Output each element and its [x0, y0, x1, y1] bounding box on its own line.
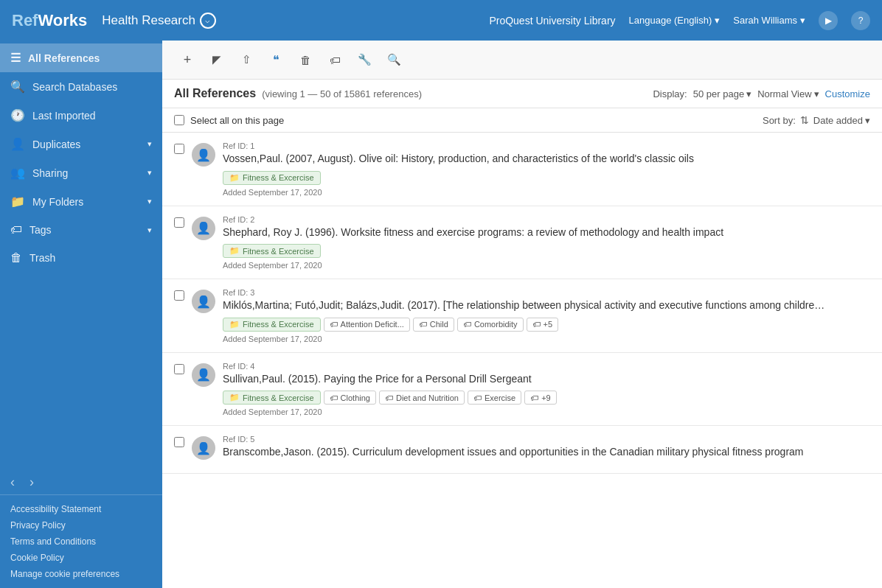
ref-3-id: Ref ID: 3	[223, 288, 870, 297]
trash-icon: 🗑	[10, 251, 22, 265]
ref-1-folder-tag[interactable]: 📁 Fitness & Excercise	[223, 171, 321, 185]
sidebar-item-duplicates[interactable]: 👤 Duplicates ▾	[0, 130, 162, 158]
ref-2-avatar: 👤	[192, 217, 215, 240]
help-button[interactable]: ?	[851, 11, 870, 30]
terms-conditions-link[interactable]: Terms and Conditions	[10, 536, 152, 547]
tag-icon: 🏷	[463, 320, 471, 329]
table-row: 👤 Ref ID: 3 Miklós,Martina; Futó,Judit; …	[162, 279, 882, 353]
ref-1-checkbox[interactable]	[174, 144, 184, 154]
search-button[interactable]: 🔍	[381, 46, 407, 73]
add-button[interactable]: +	[174, 46, 201, 73]
user-menu-button[interactable]: Sarah Williams ▾	[733, 15, 805, 26]
sidebar-footer: Accessibility Statement Privacy Policy T…	[0, 494, 162, 588]
duplicates-chevron-icon: ▾	[147, 139, 152, 149]
ref-1-tags: 📁 Fitness & Excercise	[223, 171, 870, 185]
ref-2-folder-tag[interactable]: 📁 Fitness & Excercise	[223, 244, 321, 258]
sidebar-item-sharing[interactable]: 👥 Sharing ▾	[0, 158, 162, 187]
youtube-button[interactable]: ▶	[819, 11, 838, 30]
help-icon: ?	[858, 15, 864, 26]
display-label: Display:	[653, 88, 687, 99]
ref-2-date: Added September 17, 2020	[223, 261, 870, 270]
folder-tag-icon: 📁	[229, 246, 240, 256]
manage-cookies-link[interactable]: Manage cookie preferences	[10, 569, 152, 579]
library-name: ProQuest University Library	[489, 15, 615, 27]
cookie-policy-link[interactable]: Cookie Policy	[10, 553, 152, 563]
refs-list: 👤 Ref ID: 1 Vossen,Paul. (2007, August).…	[162, 133, 882, 588]
header: RefWorks Health Research ⌵ ProQuest Univ…	[0, 0, 882, 41]
ref-5-checkbox[interactable]	[174, 437, 184, 447]
delete-button[interactable]: 🗑	[292, 46, 319, 73]
select-all-checkbox[interactable]	[174, 115, 184, 125]
cite-button[interactable]: ❝	[263, 46, 289, 73]
refworks-logo: RefWorks	[12, 11, 87, 30]
sidebar-item-all-references[interactable]: ☰ All References	[0, 43, 162, 72]
folder-tag-icon: 📁	[229, 320, 240, 329]
ref-3-tag-3[interactable]: 🏷 Comorbidity	[457, 318, 524, 332]
sidebar-label-sharing: Sharing	[32, 167, 140, 179]
logo-works: Works	[38, 11, 87, 29]
sharing-icon: 👥	[10, 166, 25, 180]
customize-button[interactable]: Customize	[825, 88, 870, 99]
ref-3-avatar: 👤	[192, 290, 215, 313]
table-row: 👤 Ref ID: 4 Sullivan,Paul. (2015). Payin…	[162, 353, 882, 427]
sidebar: ☰ All References 🔍 Search Databases 🕐 La…	[0, 41, 162, 588]
ref-4-title[interactable]: Sullivan,Paul. (2015). Paying the Price …	[223, 372, 870, 387]
sidebar-item-tags[interactable]: 🏷 Tags ▾	[0, 216, 162, 244]
list-icon: ☰	[10, 51, 21, 65]
tag-button[interactable]: 🏷	[322, 46, 348, 73]
tag-more-icon: 🏷	[532, 320, 541, 329]
ref-1-body: Ref ID: 1 Vossen,Paul. (2007, August). O…	[223, 141, 870, 197]
sidebar-item-search-databases[interactable]: 🔍 Search Databases	[0, 72, 162, 101]
project-selector[interactable]: Health Research ⌵	[102, 13, 216, 29]
ref-3-tag-1[interactable]: 🏷 Attention Deficit...	[324, 318, 410, 332]
ref-2-title[interactable]: Shephard, Roy J. (1996). Worksite fitnes…	[223, 225, 870, 240]
accessibility-statement-link[interactable]: Accessibility Statement	[10, 504, 152, 514]
tag-icon: 🏷	[419, 320, 427, 329]
sidebar-label-trash: Trash	[29, 252, 152, 264]
project-chevron-icon[interactable]: ⌵	[200, 13, 216, 29]
ref-3-checkbox[interactable]	[174, 290, 184, 301]
ref-5-title[interactable]: Branscombe,Jason. (2015). Curriculum dev…	[223, 445, 870, 460]
privacy-policy-link[interactable]: Privacy Policy	[10, 520, 152, 531]
ref-4-tag-3[interactable]: 🏷 Exercise	[468, 391, 521, 405]
sidebar-label-last-imported: Last Imported	[32, 110, 152, 122]
view-mode-selector[interactable]: Normal View ▾	[757, 88, 819, 99]
tag-more-icon: 🏷	[530, 393, 538, 402]
language-button[interactable]: Language (English) ▾	[629, 15, 720, 26]
view-mode-value: Normal View	[757, 88, 811, 99]
per-page-chevron-icon: ▾	[746, 88, 751, 99]
ref-1-title[interactable]: Vossen,Paul. (2007, August). Olive oil: …	[223, 152, 870, 167]
sort-icon: ⇅	[800, 114, 809, 126]
ref-3-tags: 📁 Fitness & Excercise 🏷 Attention Defici…	[223, 318, 870, 332]
ref-4-tag-1[interactable]: 🏷 Clothing	[324, 391, 376, 405]
ref-3-tag-2[interactable]: 🏷 Child	[413, 318, 454, 332]
ref-3-date: Added September 17, 2020	[223, 335, 870, 343]
export-button[interactable]: ⇧	[233, 46, 260, 73]
ref-4-checkbox[interactable]	[174, 364, 184, 374]
ref-2-checkbox[interactable]	[174, 217, 184, 228]
nav-prev-arrow[interactable]: ‹	[10, 475, 15, 490]
ref-3-title[interactable]: Miklós,Martina; Futó,Judit; Balázs,Judit…	[223, 298, 870, 313]
sidebar-item-trash[interactable]: 🗑 Trash	[0, 244, 162, 272]
ref-3-tag-more[interactable]: 🏷 +5	[527, 318, 559, 332]
sidebar-item-last-imported[interactable]: 🕐 Last Imported	[0, 101, 162, 130]
sidebar-label-duplicates: Duplicates	[32, 139, 140, 150]
main-layout: ☰ All References 🔍 Search Databases 🕐 La…	[0, 41, 882, 588]
folder-button[interactable]: ◤	[204, 46, 230, 73]
ref-3-folder-tag[interactable]: 📁 Fitness & Excercise	[223, 318, 321, 332]
sort-option-selector[interactable]: Date added ▾	[813, 115, 870, 126]
ref-2-body: Ref ID: 2 Shephard, Roy J. (1996). Works…	[223, 215, 870, 270]
tools-button[interactable]: 🔧	[351, 46, 378, 73]
sidebar-item-my-folders[interactable]: 📁 My Folders ▾	[0, 187, 162, 216]
ref-4-tag-more[interactable]: 🏷 +9	[524, 391, 557, 405]
ref-2-id: Ref ID: 2	[223, 215, 870, 224]
sidebar-label-my-folders: My Folders	[32, 196, 140, 208]
per-page-selector[interactable]: 50 per page ▾	[693, 88, 751, 99]
nav-next-arrow[interactable]: ›	[29, 475, 34, 490]
ref-4-folder-tag[interactable]: 📁 Fitness & Excercise	[223, 391, 321, 405]
header-right: ProQuest University Library Language (En…	[489, 11, 870, 30]
user-name: Sarah Williams	[733, 15, 797, 26]
table-row: 👤 Ref ID: 2 Shephard, Roy J. (1996). Wor…	[162, 206, 882, 280]
ref-4-tag-2[interactable]: 🏷 Diet and Nutrition	[379, 391, 465, 405]
clock-icon: 🕐	[10, 108, 25, 122]
